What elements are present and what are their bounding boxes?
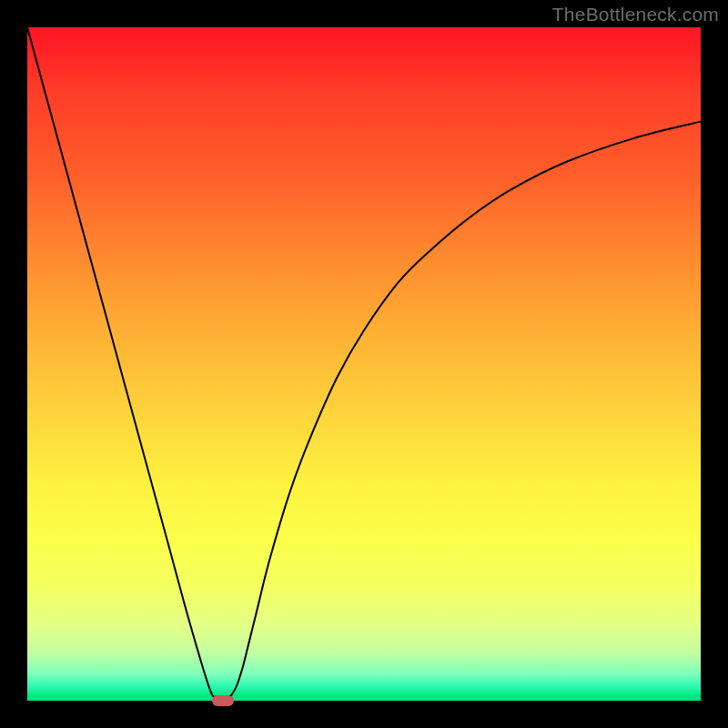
plot-area [27,27,701,701]
watermark-text: TheBottleneck.com [552,4,719,25]
bottleneck-curve [27,27,701,701]
minimum-marker [212,695,234,706]
chart-frame: TheBottleneck.com [0,0,728,728]
